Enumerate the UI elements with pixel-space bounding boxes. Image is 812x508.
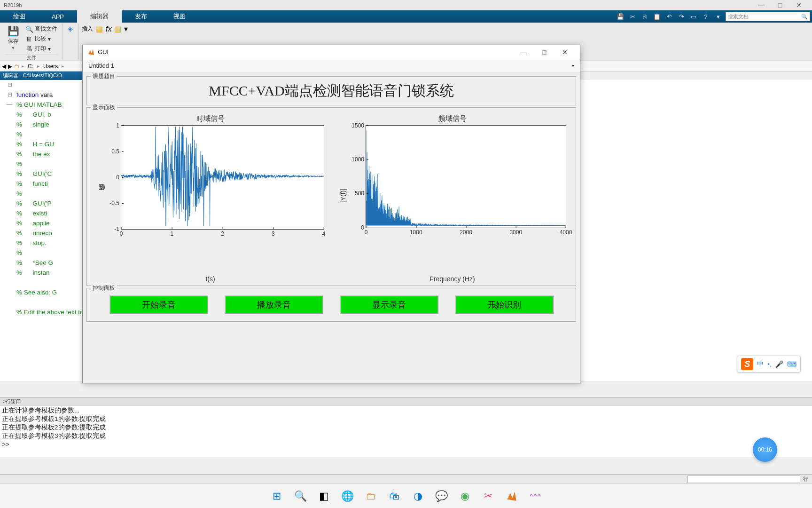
compare-button[interactable]: 🗎比较 ▾ [24,34,58,43]
topic-panel-label: 课题题目 [91,72,117,80]
play-record-button[interactable]: 播放录音 [225,295,323,314]
cmd-line: 正在提取参考模板3的参数:提取完成 [2,432,810,440]
maximize-button[interactable]: □ [771,1,789,9]
fwd-icon[interactable]: ▶ [8,63,12,70]
chevron-down-icon[interactable]: ▾ [572,63,574,68]
taskbar-search-icon[interactable]: 🔍 [290,486,310,506]
cmd-line: 正在提取参考模板2的参数:提取完成 [2,423,810,432]
time-domain-chart: 时域信号 幅值 1 0.5 0 -0.5 -1 0 1 2 3 [96,114,324,283]
print-icon: 🖶 [25,45,33,53]
tab-view[interactable]: 视图 [160,10,199,23]
ime-keyboard-icon[interactable]: ⌨ [787,360,796,368]
goto-icon: ◈ [66,25,74,32]
main-title: MFCC+VAD端点检测智能语音门锁系统 [209,81,453,101]
app-title: R2019b [4,2,22,8]
path-root[interactable]: C: [26,63,35,70]
disk-icon: 💾 [8,25,19,37]
matlab-taskbar-icon[interactable] [502,486,522,506]
tab-editor[interactable]: 编辑器 [77,10,122,23]
timer-badge[interactable]: 00:16 [753,437,777,462]
display-panel-label: 显示面板 [91,103,117,111]
app1-icon[interactable]: ◑ [408,486,428,506]
print-button[interactable]: 🖶打印 ▾ [24,44,58,53]
app2-icon[interactable]: 〰 [525,486,545,506]
explorer-icon[interactable]: 🗀 [361,486,381,506]
edge-icon[interactable]: 🌐 [337,486,357,506]
taskbar: ⊞ 🔍 ◧ 🌐 🗀 🛍 ◑ 💬 ◉ ✂ 〰 [0,484,812,508]
save-icon[interactable]: 💾 [616,12,625,21]
findfiles-button[interactable]: 🔍查找文件 [24,24,58,33]
help-icon[interactable]: ? [701,12,710,21]
copy-icon[interactable]: ⎘ [640,12,649,21]
display-panel: 显示面板 时域信号 幅值 1 0.5 0 -0.5 -1 0 1 [86,107,576,286]
back-icon[interactable]: ◀ [2,63,6,70]
start-record-button[interactable]: 开始录音 [109,295,208,314]
search-docs[interactable]: 搜索文档 🔍 [726,12,810,21]
status-col: 行 [803,476,808,483]
dropdown-icon[interactable]: ▾ [713,12,723,21]
code-gutter: ⊟⊟— [0,80,14,110]
paste-icon[interactable]: 📋 [652,12,662,21]
control-panel: 控制面板 开始录音 播放录音 显示录音 开始识别 ↖ [86,288,576,322]
start-recognize-button[interactable]: 开始识别 ↖ [455,295,554,314]
gui-title: GUI [98,48,109,56]
compare-icon: 🗎 [25,35,33,43]
chart2-xlabel: Frequency (Hz) [429,275,475,283]
command-window[interactable]: 止在计算参考模板的参数... 正在提取参考模板1的参数:提取完成 正在提取参考模… [0,405,812,457]
gui-titlebar[interactable]: GUI — □ ✕ [83,45,580,59]
ime-toolbar[interactable]: S 中 •, 🎤 ⌨ [737,356,801,373]
undo-icon[interactable]: ↶ [664,12,674,21]
control-panel-label: 控制面板 [91,284,117,292]
start-icon[interactable]: ⊞ [267,486,287,506]
path-users[interactable]: Users [41,63,60,70]
close-button[interactable]: ✕ [789,1,808,9]
gui-file-tab[interactable]: Untitled 1 ▾ [83,59,580,72]
minimize-button[interactable]: — [752,1,771,9]
taskview-icon[interactable]: ◧ [314,486,334,506]
insert-label: 插入 [82,25,93,33]
command-window-title: >行窗口 [0,397,812,405]
gui-close-button[interactable]: ✕ [554,45,575,59]
ribbon-tabs: 绘图 APP 编辑器 发布 视图 💾 ✂ ⎘ 📋 ↶ ↷ ▭ ? ▾ 搜索文档 … [0,10,812,23]
search-placeholder: 搜索文档 [728,13,749,20]
ime-punct-icon[interactable]: •, [767,360,772,368]
status-bar: 行 [0,474,812,484]
chart2-axes[interactable]: 1500 1000 500 0 0 1000 2000 3000 4000 [366,125,566,228]
chart1-ylabel: 幅值 [96,125,107,267]
window-icon[interactable]: ▭ [689,12,698,21]
snip-icon[interactable]: ✂ [478,486,498,506]
status-input[interactable] [687,476,800,483]
folder-icon: 🗀 [14,63,20,70]
file-group-label: 文件 [5,54,58,61]
redo-icon[interactable]: ↷ [677,12,686,21]
gui-maximize-button[interactable]: □ [534,45,554,59]
tab-publish[interactable]: 发布 [122,10,160,23]
topic-panel: 课题题目 MFCC+VAD端点检测智能语音门锁系统 [86,76,576,105]
goto-button[interactable]: ◈ [65,24,75,33]
sogou-icon: S [741,358,753,370]
save-button[interactable]: 💾 保存 ▼ [5,24,22,53]
tab-plot[interactable]: 绘图 [0,10,39,23]
cut-icon[interactable]: ✂ [628,12,637,21]
store-icon[interactable]: 🛍 [384,486,404,506]
cmd-prompt: >> [2,440,810,449]
browser-icon[interactable]: ◉ [455,486,475,506]
tab-app[interactable]: APP [39,10,77,23]
freq-domain-chart: 频域信号 |Y(f)| 1500 1000 500 0 0 1000 2000 … [338,114,566,283]
fx-icon[interactable]: fx [106,25,111,33]
section-icon[interactable]: ▦ [96,24,103,33]
ime-mic-icon[interactable]: 🎤 [775,360,783,368]
find-icon: 🔍 [25,25,33,33]
cmd-line: 止在计算参考模板的参数... [2,406,810,415]
chart1-xlabel: t(s) [205,275,215,283]
gui-window: GUI — □ ✕ Untitled 1 ▾ 课题题目 MFCC+VAD端点检测… [82,45,580,383]
cmd-line: 正在提取参考模板1的参数:提取完成 [2,415,810,423]
ime-lang[interactable]: 中 [757,360,764,368]
search-icon[interactable]: 🔍 [801,14,808,20]
wechat-icon[interactable]: 💬 [431,486,451,506]
var-icon[interactable]: ▥ [114,24,121,33]
show-record-button[interactable]: 显示录音 [340,295,438,314]
app-titlebar: R2019b — □ ✕ [0,0,812,10]
chart1-axes[interactable]: 1 0.5 0 -0.5 -1 0 1 2 3 4 [121,125,324,230]
gui-minimize-button[interactable]: — [513,45,534,59]
